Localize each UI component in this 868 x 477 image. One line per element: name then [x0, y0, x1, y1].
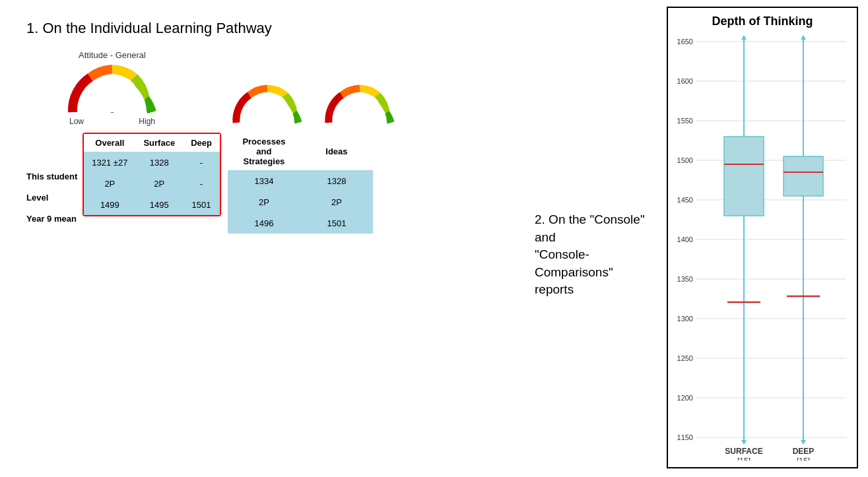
svg-text:1550: 1550	[677, 117, 693, 125]
svg-marker-39	[801, 35, 806, 40]
table-row: 1334 1328	[228, 170, 373, 191]
extra-cell-1-0: 2P	[228, 191, 300, 212]
th-processes: Processesand Strategies	[228, 133, 300, 170]
low-label: Low	[69, 117, 84, 126]
deep-box	[784, 156, 823, 196]
th-ideas: Ideas	[300, 133, 373, 170]
gauge-label: Attitude - General	[79, 50, 146, 60]
svg-text:[15]: [15]	[797, 457, 810, 461]
gauge-svg-small2	[323, 83, 396, 126]
svg-text:SURFACE: SURFACE	[725, 447, 762, 456]
row-labels: This student Level Year 9 mean	[26, 133, 83, 229]
row-label-0: This student	[26, 166, 83, 187]
cell-2-0: 1499	[84, 194, 135, 215]
svg-text:1650: 1650	[677, 38, 693, 46]
svg-text:1400: 1400	[677, 236, 693, 243]
console-line1: 2. On the "Console" and	[535, 212, 645, 244]
section-title: 1. On the Individual Learning Pathway	[26, 20, 508, 37]
svg-text:DEEP: DEEP	[793, 447, 815, 456]
cell-0-2: -	[183, 152, 220, 173]
svg-text:1600: 1600	[677, 77, 693, 85]
svg-text:1450: 1450	[677, 196, 693, 204]
main-container: 1. On the Individual Learning Pathway At…	[0, 0, 868, 477]
extra-table: Processesand Strategies Ideas 1334 1328 …	[228, 133, 373, 234]
small-gauge-1	[231, 83, 304, 126]
extra-table-wrapper: Processesand Strategies Ideas 1334 1328 …	[228, 133, 373, 234]
cell-0-1: 1328	[135, 152, 183, 173]
extra-cell-2-1: 1501	[300, 212, 373, 234]
svg-text:1350: 1350	[677, 275, 693, 283]
chart-outer: Depth of Thinking 1650 1600 1550 1500 14…	[667, 0, 868, 477]
main-table-wrapper: Overall Surface Deep 1321 ±27 1328 - 2P	[83, 133, 221, 216]
gauge-svg-main	[66, 63, 158, 115]
row-label-2: Year 9 mean	[26, 208, 83, 229]
th-surface: Surface	[135, 134, 183, 152]
cell-2-2: 1501	[183, 194, 220, 215]
cell-1-2: -	[183, 173, 220, 194]
svg-marker-47	[801, 440, 806, 445]
svg-marker-29	[741, 35, 747, 40]
console-text: 2. On the "Console" and "Console-Compari…	[535, 211, 667, 299]
left-section: 1. On the Individual Learning Pathway At…	[0, 0, 521, 477]
cell-2-1: 1495	[135, 194, 183, 215]
cell-1-1: 2P	[135, 173, 183, 194]
svg-text:1300: 1300	[677, 315, 693, 323]
gauge-low-high: Low High	[69, 117, 155, 126]
chart-title: Depth of Thinking	[675, 15, 850, 28]
th-deep: Deep	[183, 134, 220, 152]
svg-text:[15]: [15]	[737, 457, 751, 461]
table-row: 1496 1501	[228, 212, 373, 234]
table-row: 1499 1495 1501	[84, 194, 220, 215]
middle-section: 2. On the "Console" and "Console-Compari…	[521, 0, 667, 477]
gauge-area: Attitude - General Low	[66, 50, 508, 126]
console-line2: "Console-Comparisons"	[535, 247, 613, 279]
small-gauge-2	[323, 83, 396, 126]
table-row: 1321 ±27 1328 -	[84, 152, 220, 173]
main-table: Overall Surface Deep 1321 ±27 1328 - 2P	[84, 134, 220, 215]
gauge-svg-small1	[231, 83, 304, 126]
svg-text:1200: 1200	[677, 394, 693, 402]
svg-text:1150: 1150	[677, 433, 693, 441]
svg-text:1250: 1250	[677, 354, 693, 362]
chart-section: Depth of Thinking 1650 1600 1550 1500 14…	[667, 7, 858, 468]
extra-cell-1-1: 2P	[300, 191, 373, 212]
svg-marker-37	[741, 440, 747, 445]
main-gauge: Attitude - General Low	[66, 50, 158, 126]
table-row: 2P 2P -	[84, 173, 220, 194]
extra-cell-0-0: 1334	[228, 170, 300, 191]
surface-box	[724, 137, 764, 216]
cell-1-0: 2P	[84, 173, 135, 194]
console-line3: reports	[535, 282, 574, 296]
row-label-1: Level	[26, 187, 83, 208]
extra-cell-0-1: 1328	[300, 170, 373, 191]
extra-cell-2-0: 1496	[228, 212, 300, 234]
high-label: High	[139, 117, 155, 126]
table-row: 2P 2P	[228, 191, 373, 212]
depth-chart-svg: 1650 1600 1550 1500 1450 1400 1350	[675, 32, 853, 461]
table-area: This student Level Year 9 mean Overall S…	[26, 133, 508, 234]
th-overall: Overall	[84, 134, 135, 152]
svg-text:1500: 1500	[677, 156, 693, 164]
cell-0-0: 1321 ±27	[84, 152, 135, 173]
